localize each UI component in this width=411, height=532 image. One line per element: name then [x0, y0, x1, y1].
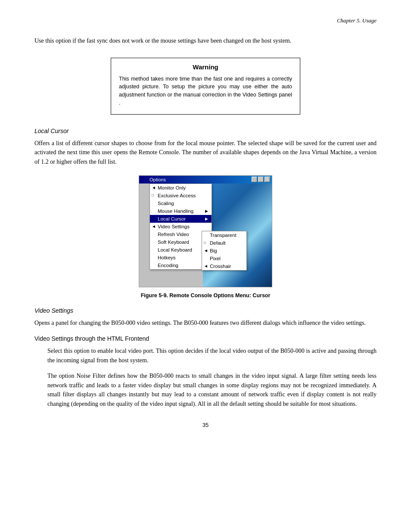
submenu-panel: Transparent □ Default ◄ Big Pixel ◄ — [202, 231, 247, 271]
intro-paragraph: Use this option if the fast sync does no… — [34, 36, 377, 46]
submenu-label: Pixel — [210, 256, 221, 261]
menu-item-label: Mouse Handling — [158, 208, 193, 214]
submenu-arrow: ▶ — [205, 217, 208, 221]
menu-item-label: Encoding — [158, 263, 178, 268]
menu-item-label: Hotkeys — [158, 255, 176, 260]
menu-item-local-cursor[interactable]: Local Cursor ▶ — [150, 215, 212, 223]
video-settings-subsection: Video Settings through the HTML Frontend — [34, 335, 377, 342]
menu-item-exclusive[interactable]: □ Exclusive Access — [150, 192, 212, 199]
check-exclusive: □ — [152, 193, 154, 197]
warning-title: Warning — [119, 63, 292, 71]
title-bar: Options _ □ × — [139, 176, 272, 184]
menu-item-label: Soft Keyboard — [158, 240, 189, 245]
minimize-btn[interactable]: _ — [252, 177, 257, 182]
chapter-title: Chapter 5. Usage — [337, 17, 377, 24]
intro-text: Use this option if the fast sync does no… — [34, 37, 291, 44]
check-video-settings: ◄ — [152, 224, 156, 229]
submenu-item-default[interactable]: □ Default — [202, 239, 246, 247]
title-bar-buttons: _ □ × — [252, 177, 270, 182]
menu-screenshot: Options _ □ × ◄ Monitor Only — [139, 175, 272, 287]
close-btn[interactable]: × — [265, 177, 270, 182]
warning-box: Warning This method takes more time than… — [111, 58, 300, 115]
local-cursor-heading: Local Cursor — [34, 128, 377, 134]
page-number: 35 — [34, 422, 377, 428]
figure-caption: Figure 5-9. Remote Console Options Menu:… — [34, 292, 377, 299]
local-cursor-body: Offers a list of different cursor shapes… — [34, 139, 377, 167]
figure-container: Options _ □ × ◄ Monitor Only — [34, 175, 377, 299]
menu-item-monitor-only[interactable]: ◄ Monitor Only — [150, 184, 212, 192]
submenu-label: Transparent — [210, 233, 237, 238]
video-settings-body2: Select this option to enable local video… — [34, 346, 377, 365]
menu-item-label: Refresh Video — [158, 232, 189, 237]
video-settings-body1: Opens a panel for changing the B050-000 … — [34, 318, 377, 328]
title-bar-text: Options — [149, 177, 166, 182]
menu-item-label: Exclusive Access — [158, 193, 196, 198]
menu-item-label: Scaling — [158, 201, 174, 206]
submenu-item-pixel[interactable]: Pixel — [202, 255, 246, 262]
menu-item-scaling[interactable]: Scaling — [150, 199, 212, 207]
maximize-btn[interactable]: □ — [258, 177, 264, 182]
check-default: □ — [204, 241, 206, 245]
chapter-header: Chapter 5. Usage — [34, 17, 377, 24]
screenshot-content: ◄ Monitor Only □ Exclusive Access Scalin… — [139, 184, 272, 287]
submenu-item-big[interactable]: ◄ Big — [202, 247, 246, 255]
check-crosshair: ◄ — [204, 264, 208, 268]
video-settings-heading: Video Settings — [34, 307, 377, 314]
check-monitor-only: ◄ — [152, 185, 156, 190]
menu-item-label: Video Settings — [158, 224, 190, 229]
menu-item-video-settings[interactable]: ◄ Video Settings — [150, 223, 212, 230]
menu-item-label: Local Cursor — [158, 216, 186, 221]
menu-item-label: Monitor Only — [158, 185, 186, 190]
submenu-arrow: ▶ — [205, 209, 208, 213]
check-big: ◄ — [204, 248, 208, 253]
submenu-label: Big — [210, 248, 217, 253]
submenu-label: Crosshair — [210, 264, 231, 269]
submenu-label: Default — [210, 240, 225, 246]
submenu-item-transparent[interactable]: Transparent — [202, 231, 246, 239]
menu-item-label: Local Keyboard — [158, 247, 192, 252]
submenu-item-crosshair[interactable]: ◄ Crosshair — [202, 262, 246, 270]
page: Chapter 5. Usage Use this option if the … — [0, 0, 411, 454]
menu-item-mouse-handling[interactable]: Mouse Handling ▶ — [150, 207, 212, 215]
warning-body: This method takes more time than the fas… — [119, 75, 292, 107]
video-settings-body3: The option Noise Filter defines how the … — [34, 371, 377, 409]
